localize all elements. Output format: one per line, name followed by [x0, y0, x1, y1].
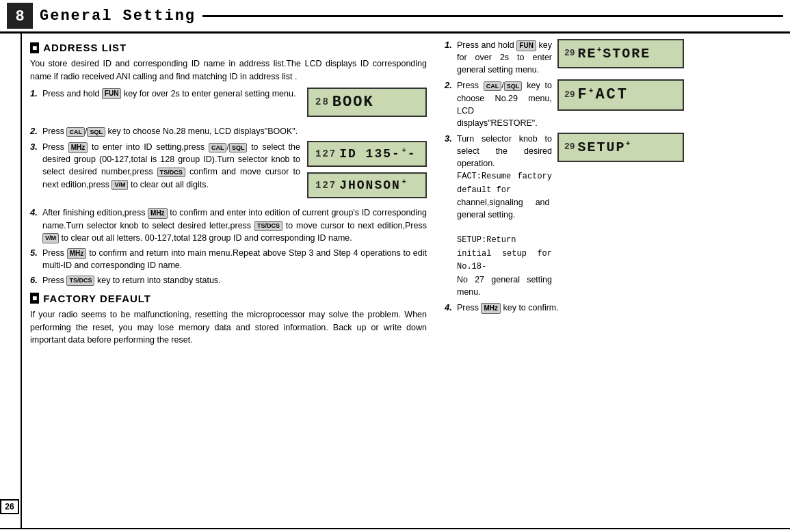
sql2-key-badge: SQL	[229, 143, 248, 153]
fact-description-label: FACT:Resume factory default for	[457, 172, 552, 194]
right-column: 1. Press and hold FUN key for over 2s to…	[438, 39, 684, 522]
tsdcs-key-badge: TS/DCS	[157, 168, 185, 178]
right-steps: 1. Press and hold FUN key for over 2s to…	[445, 39, 684, 315]
step-5-content: Press MHz to confirm and return into mai…	[42, 247, 427, 271]
address-list-steps: 1. Press and hold FUN key for over 2s to…	[30, 88, 427, 287]
header-rule	[202, 15, 783, 17]
right-step-1: 1. Press and hold FUN key for over 2s to…	[445, 39, 684, 76]
right-step-1-content: Press and hold FUN key for over 2s to en…	[457, 39, 684, 76]
step-6-content: Press TS/DCS key to return into standby …	[42, 274, 427, 287]
section-icon: ■	[30, 42, 39, 53]
factory-default-heading: ■ FACTORY DEFAULT	[30, 293, 427, 304]
right-step-3-content: Turn selector knob to select the desired…	[457, 133, 684, 298]
cal2-key-badge: CAL	[209, 143, 227, 153]
step-6: 6. Press TS/DCS key to return into stand…	[30, 274, 427, 287]
right-mhz-key: MHz	[481, 303, 501, 314]
step-3-text: Press MHz to enter into ID setting,press…	[42, 141, 300, 191]
right-sql-key: SQL	[504, 81, 523, 92]
address-list-intro: You store desired ID and corresponding I…	[30, 57, 427, 83]
left-column: ■ ADDRESS LIST You store desired ID and …	[30, 39, 427, 522]
step-3-content: Press MHz to enter into ID setting,press…	[42, 141, 427, 204]
right-step-2: 2. Press CAL/SQL key to choose No.29 men…	[445, 79, 684, 129]
lcd-restore-display: 29 RE+STORE	[557, 39, 684, 75]
address-list-heading: ■ ADDRESS LIST	[30, 42, 427, 53]
step-2-content: Press CAL/SQL key to choose No.28 menu, …	[42, 125, 427, 137]
step-5: 5. Press MHz to confirm and return into …	[30, 247, 427, 271]
right-step-3: 3. Turn selector knob to select the desi…	[445, 133, 684, 298]
section-title: General Setting	[40, 8, 196, 25]
right-step-2-content: Press CAL/SQL key to choose No.29 menu, …	[457, 79, 684, 129]
fact-description-detail: channel,signaling and general setting.	[457, 198, 552, 220]
lcd-setup-display: 29 SETUP+	[557, 133, 684, 169]
mhz-key-badge: MHz	[68, 142, 88, 153]
setup-description-detail: No 27 general setting menu.	[457, 275, 552, 297]
lcd-book-display: 28 BOOK	[307, 88, 427, 123]
main-content: ■ ADDRESS LIST You store desired ID and …	[22, 34, 790, 528]
step-1: 1. Press and hold FUN key for over 2s to…	[30, 88, 427, 123]
right-step-4-num: 4.	[445, 302, 457, 315]
right-step-2-num: 2.	[445, 79, 457, 92]
page-number: 26	[0, 499, 19, 514]
cal-key-badge: CAL	[66, 127, 85, 137]
bottom-rule	[0, 528, 790, 532]
step-3: 3. Press MHz to enter into ID setting,pr…	[30, 141, 427, 204]
factory-default-intro: If your radio seems to be malfunctioning…	[30, 308, 427, 347]
step-3-num: 3.	[30, 141, 42, 154]
fun-key-badge: FUN	[102, 88, 122, 99]
right-step-4-content: Press MHz key to confirm.	[457, 302, 684, 314]
step-5-num: 5.	[30, 247, 42, 260]
lcd-id-displays: 127 ID 135-+- 127 JHONSON+	[307, 141, 427, 204]
factory-section-icon: ■	[30, 293, 39, 304]
right-step-3-num: 3.	[445, 133, 457, 146]
step-2: 2. Press CAL/SQL key to choose No.28 men…	[30, 125, 427, 138]
vm2-key-badge: V/M	[42, 233, 59, 243]
page-header: 8 General Setting	[0, 0, 790, 34]
step-4: 4. After finishing edition,press MHz to …	[30, 207, 427, 243]
right-cal-key: CAL	[484, 81, 502, 92]
tsdcs3-key-badge: TS/DCS	[66, 276, 94, 286]
step-4-num: 4.	[30, 207, 42, 220]
tsdcs2-key-badge: TS/DCS	[254, 221, 282, 231]
mhz2-key-badge: MHz	[148, 208, 168, 219]
setup-description-label: SETUP:Return initial setup for No.18-	[457, 235, 552, 271]
step-1-content: Press and hold FUN key for over 2s to en…	[42, 88, 427, 123]
step-4-content: After finishing edition,press MHz to con…	[42, 207, 427, 243]
section-number: 8	[7, 3, 33, 29]
step-6-num: 6.	[30, 274, 42, 287]
address-list-title: ADDRESS LIST	[43, 42, 127, 53]
right-fun-key: FUN	[516, 40, 536, 51]
sql-key-badge: SQL	[87, 127, 105, 137]
mhz3-key-badge: MHz	[67, 248, 87, 259]
right-step-4: 4. Press MHz key to confirm.	[445, 302, 684, 315]
left-margin: 26	[0, 34, 22, 528]
page-body: 26 ■ ADDRESS LIST You store desired ID a…	[0, 34, 790, 528]
step-1-num: 1.	[30, 88, 42, 101]
lcd-fact-display: 29 F+ACT	[557, 79, 684, 118]
factory-default-title: FACTORY DEFAULT	[43, 293, 151, 304]
vm-key-badge: V/M	[111, 180, 128, 190]
step-2-num: 2.	[30, 125, 42, 138]
right-step-1-num: 1.	[445, 39, 457, 52]
step-1-text: Press and hold FUN key for over 2s to en…	[42, 88, 300, 100]
